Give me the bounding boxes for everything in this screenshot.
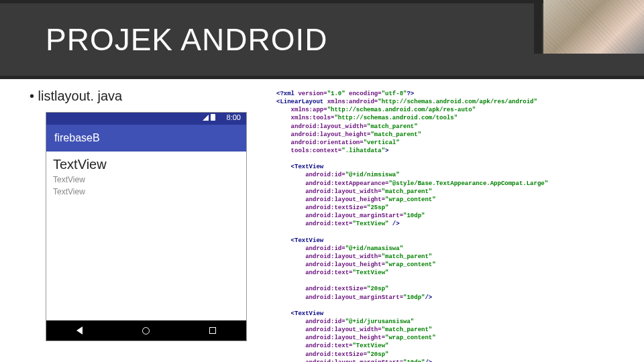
textview-small: TextView: [53, 175, 239, 186]
textview-small: TextView: [53, 187, 239, 198]
recents-icon[interactable]: [209, 327, 216, 334]
page-title: PROJEK ANDROID: [46, 21, 327, 58]
phone-mockup: 8:00 firebaseB TextView TextView TextVie…: [46, 112, 247, 341]
nav-bar: [46, 320, 246, 341]
corner-photo: [543, 0, 644, 54]
signal-icon: [203, 115, 209, 121]
code-block: <?xml version="1.0" encoding="utf-8"?> <…: [276, 88, 625, 362]
phone-body: TextView TextView TextView: [46, 152, 246, 320]
status-bar: 8:00: [46, 113, 246, 125]
content-row: listlayout. java 8:00 firebaseB TextView…: [0, 79, 644, 362]
left-column: listlayout. java 8:00 firebaseB TextView…: [27, 88, 268, 362]
status-icons: [203, 115, 215, 121]
app-bar: firebaseB: [46, 125, 246, 152]
textview-large: TextView: [53, 157, 239, 172]
back-icon[interactable]: [76, 326, 83, 335]
home-icon[interactable]: [142, 327, 150, 335]
bullet-filename: listlayout. java: [27, 88, 268, 104]
app-title: firebaseB: [54, 132, 100, 144]
status-time: 8:00: [227, 113, 241, 121]
phone-empty-space: [53, 198, 239, 312]
battery-icon: [211, 114, 215, 121]
corner-divider: [534, 0, 542, 54]
